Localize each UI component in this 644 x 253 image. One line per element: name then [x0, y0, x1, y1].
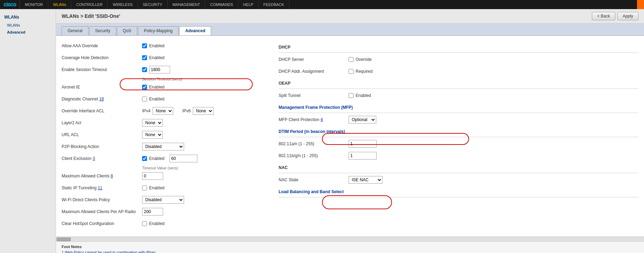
80211an-label: 802.11a/n (1 - 255) [279, 141, 349, 146]
client-exclusion-checkbox[interactable] [142, 156, 147, 161]
layer2-acl-row: Layer2 Acl None [62, 118, 265, 127]
clear-hotspot-checkbox[interactable] [142, 221, 147, 226]
ipv6-label: IPv6 [182, 108, 191, 113]
80211bgn-input[interactable] [349, 152, 377, 160]
nav-controller[interactable]: CONTROLLER [71, 0, 108, 9]
80211an-input[interactable] [349, 140, 377, 148]
dhcp-addr-checkbox[interactable] [349, 69, 354, 74]
nav-help[interactable]: HELP [238, 0, 259, 9]
apply-button[interactable]: Apply [617, 12, 638, 20]
url-acl-value: None [142, 131, 163, 139]
client-exclusion-sub-label: Timeout Value (secs) [142, 166, 265, 170]
back-button[interactable]: < Back [592, 12, 615, 20]
nav-wireless[interactable]: WIRELESS [108, 0, 138, 9]
static-ip-label: Static IP Tunneling 11 [62, 185, 142, 190]
80211bgn-value [349, 152, 377, 160]
tab-advanced[interactable]: Advanced [179, 26, 211, 35]
layer2-acl-label: Layer2 Acl [62, 120, 142, 125]
static-ip-link[interactable]: 11 [98, 185, 102, 190]
nav-monitor[interactable]: MONITOR [20, 0, 48, 9]
nac-state-row: NAC State ISE NAC Radius NAC None [279, 175, 638, 184]
clear-hotspot-value: Enabled [142, 221, 164, 226]
clear-hotspot-enabled-label: Enabled [149, 221, 164, 226]
diagnostic-channel-row: Diagnostic Channel 18 Enabled [62, 94, 265, 104]
aironet-ie-label: Aironet IE [62, 85, 142, 90]
sidebar-item-wlans[interactable]: WLANs [0, 22, 56, 29]
static-ip-checkbox[interactable] [142, 185, 147, 190]
allow-aaa-enabled-label: Enabled [149, 43, 164, 48]
allow-aaa-checkbox[interactable] [142, 43, 147, 48]
dhcp-addr-required-label: Required [356, 69, 373, 74]
layer2-acl-select[interactable]: None [142, 119, 163, 127]
nav-feedback[interactable]: FEEDBACK [259, 0, 289, 9]
oeap-section-header: OEAP [279, 81, 638, 86]
dhcp-server-value: Override [349, 57, 372, 62]
url-acl-label: URL ACL [62, 132, 142, 137]
wifi-direct-row: Wi-Fi Direct Clients Policy Disabled [62, 195, 265, 204]
max-clients-ap-label: Maximum Allowed Clients Per AP Radio [62, 209, 142, 214]
max-clients-row: Maximum Allowed Clients 8 [62, 171, 265, 181]
max-clients-value [142, 172, 163, 180]
diagnostic-channel-link[interactable]: 18 [99, 97, 104, 101]
nac-state-select[interactable]: ISE NAC Radius NAC None [349, 176, 383, 184]
split-tunnel-label: Split Tunnel [279, 93, 349, 98]
p2p-blocking-select[interactable]: Disabled [142, 143, 184, 150]
clear-hotspot-label: Clear HotSpot Configuration [62, 221, 142, 226]
h-scroll-thumb[interactable] [57, 238, 71, 241]
mfp-client-select[interactable]: Optional Required Disabled [349, 116, 376, 124]
tab-qos[interactable]: QoS [117, 26, 137, 35]
nav-commands[interactable]: COMMANDS [205, 0, 238, 9]
split-tunnel-checkbox[interactable] [349, 93, 354, 98]
horizontal-scrollbar[interactable] [56, 237, 644, 241]
sidebar-item-advanced[interactable]: Advanced [0, 29, 56, 36]
tab-general[interactable]: General [62, 26, 89, 35]
static-ip-row: Static IP Tunneling 11 Enabled [62, 183, 265, 192]
split-tunnel-enabled-label: Enabled [356, 93, 371, 98]
client-exclusion-row: Client Exclusion 3 Enabled [62, 154, 265, 163]
allow-aaa-row: Allow AAA Override Enabled [62, 41, 265, 50]
nav-items: MONITOR WLANs CONTROLLER WIRELESS SECURI… [20, 0, 289, 9]
footnote-1-link[interactable]: 1 Web Policy cannot be used in combinati… [62, 250, 156, 253]
tab-policy-mapping[interactable]: Policy-Mapping [138, 26, 178, 35]
split-tunnel-value: Enabled [349, 93, 371, 98]
dhcp-addr-row: DHCP Addr. Assignment Required [279, 67, 638, 76]
tab-security[interactable]: Security [89, 26, 116, 35]
split-tunnel-row: Split Tunnel Enabled [279, 91, 638, 100]
dhcp-server-row: DHCP Server Override [279, 55, 638, 64]
session-timeout-checkbox[interactable] [142, 67, 147, 72]
client-exclusion-input[interactable] [169, 155, 197, 162]
sidebar: WLANs WLANs Advanced [0, 9, 56, 253]
wifi-direct-select[interactable]: Disabled [142, 196, 184, 204]
mfp-client-value: Optional Required Disabled [349, 116, 376, 124]
override-interface-acl-row: Override Interface ACL IPv4 None IPv6 No… [62, 106, 265, 115]
mfp-client-link[interactable]: 4 [321, 117, 323, 122]
session-timeout-input[interactable] [149, 66, 170, 73]
coverage-hole-row: Coverage Hole Detection Enabled [62, 53, 265, 62]
p2p-blocking-value: Disabled [142, 143, 184, 150]
client-exclusion-link[interactable]: 3 [93, 156, 95, 161]
page-header: WLANs > Edit 'SSID-One' < Back Apply [56, 9, 644, 23]
session-timeout-label: Enable Session Timeout [62, 67, 142, 72]
footnotes-title: Foot Notes [62, 245, 638, 249]
coverage-hole-checkbox[interactable] [142, 55, 147, 60]
diagnostic-channel-checkbox[interactable] [142, 97, 147, 101]
80211bgn-row: 802.11b/g/n (1 - 255) [279, 151, 638, 160]
max-clients-link[interactable]: 8 [111, 174, 113, 178]
nav-management[interactable]: MANAGEMENT [168, 0, 205, 9]
nav-wlans[interactable]: WLANs [48, 0, 71, 9]
corner-indicator [637, 0, 644, 9]
aironet-ie-row: Aironet IE Enabled [62, 83, 265, 92]
aironet-ie-enabled-label: Enabled [149, 85, 164, 90]
diagnostic-channel-enabled-label: Enabled [149, 97, 164, 101]
page-title: WLANs > Edit 'SSID-One' [62, 13, 120, 19]
url-acl-select[interactable]: None [142, 131, 163, 139]
session-timeout-row: Enable Session Timeout [62, 65, 265, 74]
nav-security[interactable]: SECURITY [138, 0, 168, 9]
dhcp-server-checkbox[interactable] [349, 57, 354, 62]
dtim-section-header: DTIM Period (in beacon intervals) [279, 129, 638, 135]
ipv6-select[interactable]: None [193, 107, 214, 115]
ipv4-select[interactable]: None [153, 107, 173, 115]
max-clients-ap-input[interactable] [142, 208, 163, 216]
aironet-ie-checkbox[interactable] [142, 85, 147, 90]
max-clients-input[interactable] [142, 172, 163, 180]
